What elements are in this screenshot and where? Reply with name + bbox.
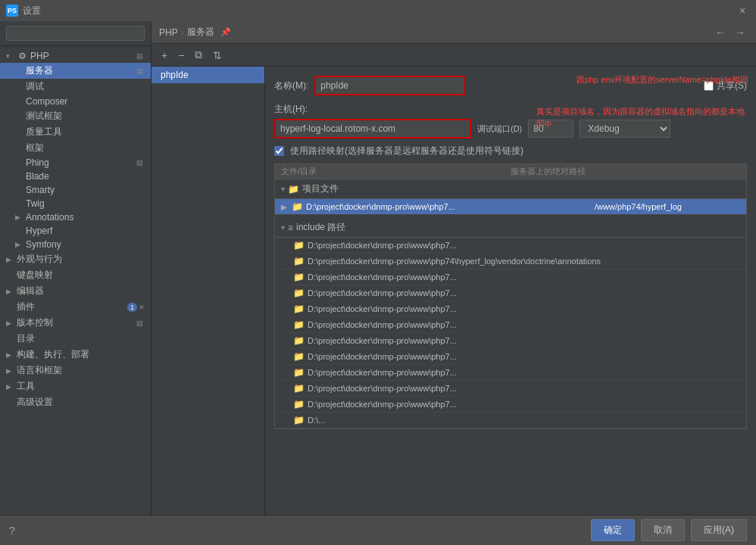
sidebar-item-twig[interactable]: Twig	[0, 197, 151, 210]
sidebar-item-php[interactable]: ▾ ⚙ PHP ▤	[0, 49, 151, 63]
nav-forward-button[interactable]: →	[732, 25, 748, 40]
include-path-header[interactable]: ▾ ≡ include 路径	[275, 218, 746, 238]
expand-arrow: ▶	[15, 213, 24, 221]
apply-button[interactable]: 应用(A)	[691, 519, 747, 541]
sidebar-item-vcs[interactable]: ▶ 版本控制 ▤	[0, 315, 151, 331]
sidebar-item-directory[interactable]: 目录	[0, 331, 151, 347]
include-row-1[interactable]: 📁 D:\project\docker\dnmp-pro\www\php74\h…	[275, 254, 746, 269]
pin-icon: 📌	[220, 27, 231, 37]
sidebar-item-label: Hyperf	[26, 226, 145, 236]
sidebar-item-advanced[interactable]: 高级设置	[0, 394, 151, 410]
include-row-10[interactable]: 📁 D:\project\docker\dnmp-pro\www\php7...	[275, 397, 746, 413]
sidebar-item-composer[interactable]: Composer	[0, 95, 151, 108]
port-input[interactable]	[528, 120, 573, 138]
include-row-2[interactable]: 📁 D:\project\docker\dnmp-pro\www\php7...	[275, 269, 746, 285]
folder-icon: 📁	[293, 415, 305, 425]
server-list: phpIde	[152, 67, 265, 515]
folder-icon: 📁	[293, 288, 305, 298]
sidebar-item-annotations[interactable]: ▶ Annotations	[0, 210, 151, 224]
sidebar-item-plugins[interactable]: 插件 1 ✕	[0, 299, 151, 315]
path-mapping-checkbox[interactable]	[274, 146, 284, 156]
settings-icon: ▤	[134, 51, 145, 61]
include-row-5[interactable]: 📁 D:\project\docker\dnmp-pro\www\php7...	[275, 317, 746, 333]
include-row-6[interactable]: 📁 D:\project\docker\dnmp-pro\www\php7...	[275, 333, 746, 349]
include-row-8[interactable]: 📁 D:\project\docker\dnmp-pro\www\php7...	[275, 365, 746, 381]
sidebar-item-lang[interactable]: ▶ 语言和框架	[0, 363, 151, 378]
host-input[interactable]	[274, 119, 471, 139]
close-button[interactable]: ×	[735, 3, 750, 18]
sidebar-item-editor[interactable]: ▶ 编辑器	[0, 283, 151, 299]
include-path-7: D:\project\docker\dnmp-pro\www\php7...	[308, 352, 740, 361]
path-mapping-label: 使用路径映射(选择服务器是远程服务器还是使用符号链接)	[290, 145, 523, 157]
include-icon: ≡	[288, 223, 293, 233]
sidebar-item-blade[interactable]: Blade	[0, 170, 151, 183]
col-server: 服务器上的绝对路径	[511, 166, 740, 177]
tree-actions: ▤	[134, 51, 145, 61]
sidebar-item-build[interactable]: ▶ 构建、执行、部署	[0, 347, 151, 363]
ok-button[interactable]: 确定	[591, 519, 635, 541]
sidebar-item-tools[interactable]: ▶ 工具	[0, 378, 151, 394]
name-label: 名称(M):	[274, 79, 308, 92]
sidebar-item-servers[interactable]: 服务器 ▤	[0, 63, 151, 79]
sidebar-item-symfony[interactable]: ▶ Symfony	[0, 238, 151, 251]
name-input[interactable]	[314, 76, 466, 95]
sidebar-item-label: 语言和框架	[17, 364, 145, 377]
column-headers: 文件/目录 服务器上的绝对路径	[275, 164, 746, 179]
sidebar-item-label: Twig	[26, 198, 145, 209]
form-area: 跟php env环境配置的serverName=phpIde相同 名称(M): …	[265, 67, 756, 515]
sidebar-item-keymap[interactable]: 键盘映射	[0, 267, 151, 283]
breadcrumb: PHP › 服务器 📌	[159, 26, 231, 39]
include-row-11[interactable]: 📁 D:\...	[275, 413, 746, 428]
help-button[interactable]: ?	[9, 525, 15, 537]
sidebar-item-label: 版本控制	[17, 316, 134, 329]
sidebar-item-test-framework[interactable]: 测试框架	[0, 108, 151, 124]
sidebar-item-phing[interactable]: Phing ▤	[0, 156, 151, 170]
include-path-1: D:\project\docker\dnmp-pro\www\php74\hyp…	[308, 257, 740, 266]
sidebar-item-label: 外观与行为	[17, 253, 145, 266]
chevron-down-icon: ▾	[281, 185, 285, 193]
sidebar-item-hyperf[interactable]: Hyperf	[0, 224, 151, 238]
sidebar-item-label: PHP	[30, 51, 134, 61]
sidebar-item-smarty[interactable]: Smarty	[0, 183, 151, 197]
sidebar-item-label: 工具	[17, 380, 145, 393]
settings-icon: ▤	[134, 66, 145, 76]
project-file-row[interactable]: ▶ 📁 D:\project\docker\dnmp-pro\www\php7.…	[275, 199, 746, 215]
main-content: ▾ ⚙ PHP ▤ 服务器 ▤	[0, 21, 756, 515]
include-path-10: D:\project\docker\dnmp-pro\www\php7...	[308, 400, 740, 409]
sidebar-item-quality[interactable]: 质量工具	[0, 124, 151, 140]
include-row-0[interactable]: 📁 D:\project\docker\dnmp-pro\www\php7...	[275, 238, 746, 254]
cancel-button[interactable]: 取消	[641, 519, 685, 541]
mapping-section: 文件/目录 服务器上的绝对路径 ▾ 📁 项目文件 ▶ 📁	[274, 164, 747, 429]
sidebar-item-framework[interactable]: 框架	[0, 140, 151, 156]
share-checkbox[interactable]	[704, 81, 714, 91]
nav-back-button[interactable]: ←	[712, 25, 729, 40]
include-path-6: D:\project\docker\dnmp-pro\www\php7...	[308, 336, 740, 345]
project-files-label: 项目文件	[302, 182, 339, 195]
content-split: phpIde 跟php env环境配置的serverName=phpIde相同 …	[152, 67, 756, 515]
copy-server-button[interactable]: ⧉	[191, 47, 206, 63]
settings-icon: ▤	[134, 157, 145, 168]
debugger-select[interactable]: Xdebug Zend Debugger	[579, 120, 670, 138]
name-row: 名称(M): 共享(S)	[274, 76, 747, 95]
server-item-phpide[interactable]: phpIde	[152, 67, 264, 83]
project-files-header[interactable]: ▾ 📁 项目文件	[275, 179, 746, 199]
include-row-7[interactable]: 📁 D:\project\docker\dnmp-pro\www\php7...	[275, 349, 746, 365]
remove-server-button[interactable]: −	[174, 48, 188, 63]
search-input[interactable]	[6, 26, 145, 41]
add-server-button[interactable]: +	[158, 48, 171, 63]
host-row: 主机(H): 调试端口(D) Xdebug Zend Debugger	[274, 103, 747, 139]
include-path-4: D:\project\docker\dnmp-pro\www\php7...	[308, 304, 740, 313]
folder-icon: 📁	[293, 351, 305, 362]
breadcrumb-php: PHP	[159, 27, 178, 38]
settings-icon: ▤	[134, 318, 145, 329]
include-row-3[interactable]: 📁 D:\project\docker\dnmp-pro\www\php7...	[275, 285, 746, 301]
include-row-9[interactable]: 📁 D:\project\docker\dnmp-pro\www\php7...	[275, 381, 746, 397]
sidebar-item-debug[interactable]: 调试	[0, 79, 151, 95]
include-rows: 📁 D:\project\docker\dnmp-pro\www\php7...…	[275, 238, 746, 428]
move-server-button[interactable]: ⇅	[209, 48, 226, 63]
include-row-4[interactable]: 📁 D:\project\docker\dnmp-pro\www\php7...	[275, 301, 746, 317]
sidebar-item-appearance[interactable]: ▶ 外观与行为	[0, 251, 151, 267]
folder-icon: 📁	[293, 240, 305, 251]
plugin-action-icon: ✕	[139, 304, 145, 311]
server-path: /www/php74/hyperf_log	[589, 202, 740, 211]
